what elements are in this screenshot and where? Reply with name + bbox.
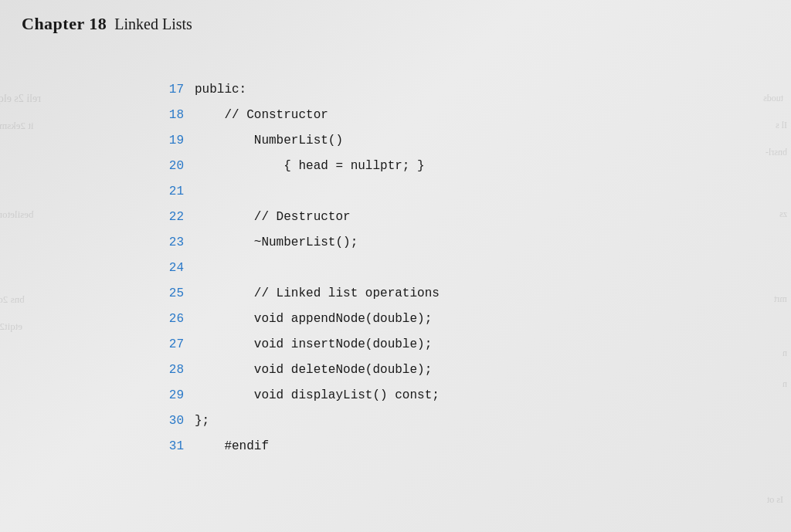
line-number: 23 bbox=[154, 230, 184, 256]
code-line: 20 { head = nullptr; } bbox=[154, 154, 791, 179]
bleed-text-5: etqit2onu bbox=[0, 320, 22, 333]
code-line: 24 bbox=[154, 256, 791, 281]
code-line: 25 // Linked list operations bbox=[154, 281, 791, 307]
code-line: 19 NumberList() bbox=[154, 128, 791, 154]
line-number: 24 bbox=[154, 256, 184, 281]
line-content: // Destructor bbox=[195, 205, 351, 230]
line-content: // Constructor bbox=[195, 103, 328, 128]
page-background: reli 2s elqit it 2eksm of besiletonum bn… bbox=[0, 0, 791, 532]
line-content: void insertNode(double); bbox=[195, 332, 432, 357]
chapter-title: Linked Lists bbox=[114, 15, 192, 33]
line-number: 22 bbox=[154, 205, 184, 230]
bleed-text-4: bns 2oorb bbox=[0, 293, 25, 306]
line-content: NumberList() bbox=[195, 128, 343, 154]
line-number: 29 bbox=[154, 383, 184, 408]
line-number: 30 bbox=[154, 408, 184, 434]
line-content: // Linked list operations bbox=[195, 281, 440, 307]
line-content: void deleteNode(double); bbox=[195, 357, 432, 383]
page-header: Chapter 18 Linked Lists bbox=[22, 14, 192, 34]
line-number: 20 bbox=[154, 154, 184, 179]
code-line: 21 bbox=[154, 179, 791, 205]
line-number: 18 bbox=[154, 103, 184, 128]
line-content: void appendNode(double); bbox=[195, 307, 432, 332]
bleed-text-2: it 2eksm of bbox=[0, 120, 34, 132]
code-line: 18 // Constructor bbox=[154, 103, 791, 128]
bleed-text-r8: Is ot bbox=[767, 494, 783, 506]
line-content: ~NumberList(); bbox=[195, 230, 358, 256]
code-line: 22 // Destructor bbox=[154, 205, 791, 230]
chapter-number: Chapter 18 bbox=[22, 14, 107, 34]
line-content: void displayList() const; bbox=[195, 383, 440, 408]
line-content: public: bbox=[195, 77, 246, 103]
code-line: 28 void deleteNode(double); bbox=[154, 357, 791, 383]
bleed-text-3: besiletonum bbox=[0, 208, 34, 221]
code-line: 31 #endif bbox=[154, 434, 791, 459]
code-line: 17public: bbox=[154, 77, 791, 103]
bleed-text-1: reli 2s elqit bbox=[0, 93, 41, 105]
code-line: 23 ~NumberList(); bbox=[154, 230, 791, 256]
line-content: #endif bbox=[195, 434, 269, 459]
line-number: 17 bbox=[154, 77, 184, 103]
line-number: 28 bbox=[154, 357, 184, 383]
line-number: 31 bbox=[154, 434, 184, 459]
line-number: 19 bbox=[154, 128, 184, 154]
line-number: 25 bbox=[154, 281, 184, 307]
line-content: { head = nullptr; } bbox=[195, 154, 425, 179]
code-line: 29 void displayList() const; bbox=[154, 383, 791, 408]
line-number: 27 bbox=[154, 332, 184, 357]
code-line: 26 void appendNode(double); bbox=[154, 307, 791, 332]
line-number: 26 bbox=[154, 307, 184, 332]
line-content: }; bbox=[195, 408, 209, 434]
code-line: 30}; bbox=[154, 408, 791, 434]
code-block: 17public:18 // Constructor19 NumberList(… bbox=[154, 77, 791, 459]
line-number: 21 bbox=[154, 179, 184, 205]
code-line: 27 void insertNode(double); bbox=[154, 332, 791, 357]
